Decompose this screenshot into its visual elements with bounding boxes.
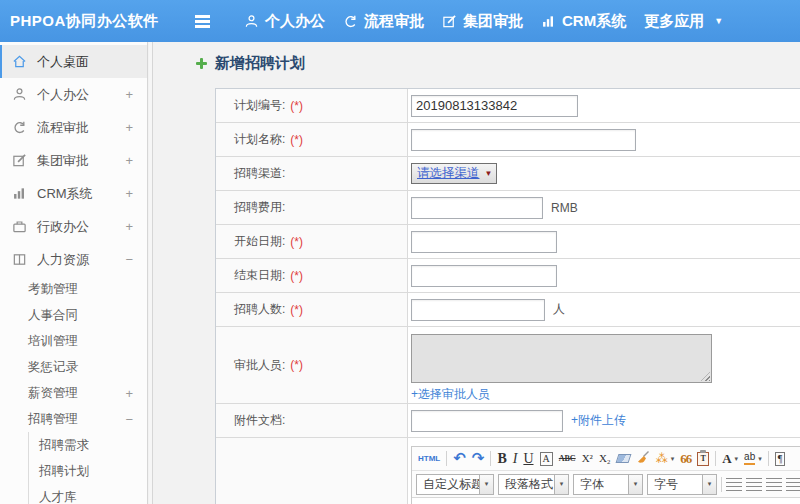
home-icon [12,54,29,69]
nav-group-approval[interactable]: 集团审批 [442,12,523,31]
toolbar-separator [768,451,769,466]
sidebar-subitem-recruit-plan[interactable]: 招聘计划 [29,458,147,484]
align-right-icon[interactable] [766,478,782,491]
expand-toggle[interactable]: + [125,186,133,201]
label-text: 招聘人数: [234,301,285,318]
sidebar-subitem-label: 奖惩记录 [28,359,78,376]
expand-toggle[interactable]: + [125,120,133,135]
channel-select[interactable]: 请选择渠道 ▼ [411,163,497,184]
select-approver-link[interactable]: +选择审批人员 [411,386,490,403]
approver-textarea[interactable] [411,334,712,383]
label-text: 计划名称: [234,131,285,148]
field-value [408,225,800,258]
caret-down-icon[interactable]: ▾ [735,455,739,463]
caret-down-icon[interactable]: ▾ [554,475,568,494]
blockquote-button[interactable]: 66 [680,452,691,465]
strikethrough-button[interactable]: ABC [559,455,576,463]
caret-down-icon[interactable]: ▾ [758,455,762,463]
format-brush-icon[interactable] [636,450,650,467]
auto-typeset-icon[interactable]: ⁂ [656,452,668,466]
nav-label: 个人办公 [265,12,325,31]
editor-toolbar-row1: HTML ↶ ↷ B I U A ABC X² X₂ ⁂ [412,447,800,471]
font-size-select[interactable]: 字号 ▾ [647,474,717,495]
sidebar-subitem-hr-contract[interactable]: 人事合同 [0,302,147,328]
nav-personal-office[interactable]: 个人办公 [244,12,325,31]
sidebar-subitem-talent-pool[interactable]: 人才库 [29,484,147,504]
person-icon [244,14,259,29]
nav-more-apps[interactable]: 更多应用 ▼ [644,12,723,31]
sidebar-item-label: 人力资源 [37,251,89,269]
field-label: 计划名称: (*) [216,123,408,156]
italic-button[interactable]: I [513,452,518,466]
start-date-input[interactable] [411,231,557,253]
sidebar-item-personal-office[interactable]: 个人办公 + [0,78,147,111]
sidebar-subitem-recruit-demand[interactable]: 招聘需求 [29,432,147,458]
resize-handle-icon[interactable] [701,372,710,381]
plan-name-input[interactable] [411,129,636,151]
paste-text-icon[interactable]: T [697,452,709,466]
sidebar-item-hr[interactable]: 人力资源 − [0,243,147,276]
sidebar-item-crm[interactable]: CRM系统 + [0,177,147,210]
end-date-input[interactable] [411,265,557,287]
required-mark: (*) [290,99,303,113]
expand-toggle[interactable]: + [125,386,133,401]
toolbar-separator [721,477,722,492]
html-source-button[interactable]: HTML [418,455,440,463]
menu-toggle-icon[interactable] [194,14,212,28]
caret-down-icon[interactable]: ▾ [702,475,716,494]
headcount-input[interactable] [411,299,545,321]
align-left-icon[interactable] [726,478,742,491]
subscript-button[interactable]: X₂ [599,453,611,464]
highlight-color-button[interactable]: ab [744,452,755,465]
underline-button[interactable]: U [523,452,533,466]
recruitment-subtree: 招聘需求 招聘计划 人才库 [28,432,147,504]
attachment-upload-link[interactable]: +附件上传 [571,412,626,429]
plan-no-input[interactable] [411,95,578,117]
align-center-icon[interactable] [746,478,762,491]
font-family-select[interactable]: 字体 ▾ [573,474,643,495]
field-value [408,89,800,122]
attachment-input[interactable] [411,410,563,432]
bold-button[interactable]: B [497,452,506,466]
align-justify-icon[interactable] [786,478,800,491]
sidebar-item-admin-office[interactable]: 行政办公 + [0,210,147,243]
sidebar-item-desktop[interactable]: 个人桌面 [0,45,147,78]
sidebar-subitem-attendance[interactable]: 考勤管理 [0,276,147,302]
font-color-button[interactable]: A [722,452,731,465]
caret-down-icon: ▼ [485,169,493,178]
sidebar-item-label: 流程审批 [37,119,89,137]
person-icon [12,87,29,102]
sidebar-subitem-rewards[interactable]: 奖惩记录 [0,354,147,380]
sidebar-subitem-training[interactable]: 培训管理 [0,328,147,354]
nav-crm-system[interactable]: CRM系统 [541,12,626,31]
collapse-toggle[interactable]: − [125,412,133,427]
label-text: 招聘渠道: [234,165,285,182]
char-border-button[interactable]: A [540,452,553,466]
fee-input[interactable] [411,197,543,219]
eraser-icon[interactable] [615,454,631,463]
more-tool-button[interactable]: ¶ [775,452,786,466]
form-row-fee: 招聘费用: RMB [216,191,800,225]
editor-content[interactable] [412,498,800,504]
paragraph-format-select[interactable]: 段落格式 ▾ [498,474,569,495]
page-title: 新增招聘计划 [195,53,800,73]
caret-down-icon[interactable]: ▾ [628,475,642,494]
caret-down-icon[interactable]: ▾ [479,475,493,494]
caret-down-icon[interactable]: ▾ [671,455,675,463]
superscript-button[interactable]: X² [582,453,593,464]
sidebar-item-group-approval[interactable]: 集团审批 + [0,144,147,177]
chart-icon [541,14,556,29]
undo-icon[interactable]: ↶ [453,451,466,466]
expand-toggle[interactable]: + [125,153,133,168]
collapse-toggle[interactable]: − [125,252,133,267]
sidebar-subitem-salary[interactable]: 薪资管理 + [0,380,147,406]
sidebar-subitem-recruitment[interactable]: 招聘管理 − [0,406,147,432]
top-nav: 个人办公 流程审批 集团审批 CRM系统 更多应用 ▼ [194,0,723,42]
redo-icon[interactable]: ↷ [472,451,485,466]
nav-workflow-approval[interactable]: 流程审批 [343,12,424,31]
sidebar-item-workflow-approval[interactable]: 流程审批 + [0,111,147,144]
custom-heading-select[interactable]: 自定义标题 ▾ [416,474,494,495]
sidebar-subitem-label: 人事合同 [28,307,78,324]
expand-toggle[interactable]: + [125,87,133,102]
expand-toggle[interactable]: + [125,219,133,234]
